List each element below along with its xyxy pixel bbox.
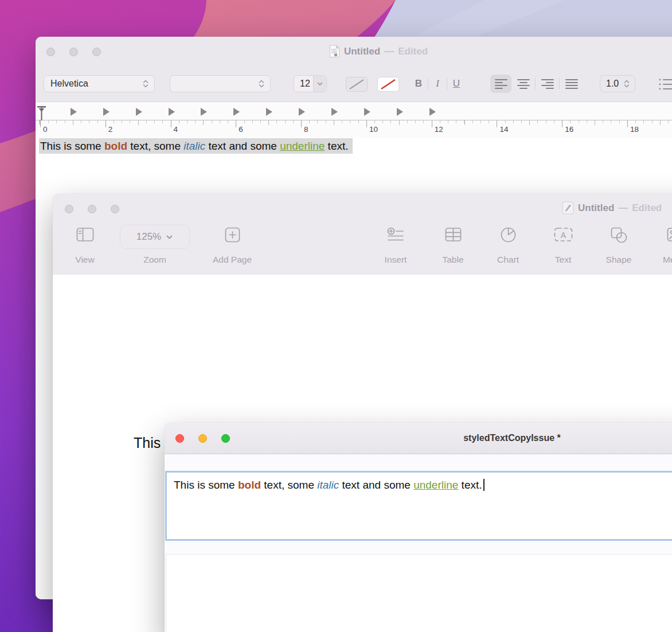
tab-stop-marker[interactable] — [364, 108, 370, 116]
tab-stop-marker[interactable] — [266, 108, 272, 116]
media-button[interactable] — [667, 227, 672, 242]
style-button-group: B I U — [409, 75, 466, 92]
ruler: 024681012141618 — [36, 102, 672, 138]
align-right-icon — [541, 78, 554, 89]
zoom-button[interactable] — [111, 205, 119, 213]
sidebar-view-icon — [76, 227, 94, 242]
shape-button[interactable] — [611, 227, 627, 243]
font-style-select[interactable] — [170, 75, 271, 92]
font-family-select[interactable]: Helvetica — [44, 75, 155, 92]
chart-label: Chart — [476, 255, 540, 265]
document-icon — [329, 45, 340, 58]
pages-titlebar: Untitled — Edited View 125% Zoom Add Pag… — [53, 194, 672, 275]
align-right-button[interactable] — [537, 75, 558, 93]
title-dash: — — [384, 46, 394, 57]
divider — [535, 78, 536, 89]
tab-stop-marker[interactable] — [331, 108, 338, 116]
shape-label: Shape — [587, 255, 650, 265]
divider — [559, 78, 560, 89]
svg-text:A: A — [561, 231, 566, 240]
tab-stop-marker[interactable] — [233, 108, 240, 116]
minimize-button[interactable] — [88, 205, 96, 213]
line-spacing-control[interactable]: 1.0 — [600, 75, 635, 92]
tab-stop-marker[interactable] — [71, 108, 77, 116]
table-button[interactable] — [445, 227, 462, 242]
tab-stop-marker[interactable] — [201, 108, 207, 116]
ruler-number: 2 — [108, 125, 113, 134]
view-button[interactable] — [76, 227, 94, 242]
tab-stop-marker[interactable] — [103, 108, 110, 116]
styled-bold-word: bold — [238, 479, 261, 491]
italic-button[interactable]: I — [428, 78, 447, 89]
no-color-diagonal-icon — [346, 77, 367, 91]
plain-text: This is some — [174, 479, 238, 491]
selected-text-line[interactable]: This is some bold text, some italic text… — [39, 138, 353, 154]
background-color-well[interactable] — [377, 77, 399, 92]
media-icon — [667, 227, 672, 242]
stepper-icon — [142, 78, 150, 89]
styled-text-copy-issue-window: styledTextCopyIssue * This is some bold … — [165, 423, 672, 632]
pie-chart-icon — [501, 227, 516, 243]
chart-button[interactable] — [501, 227, 516, 243]
title-status: Edited — [398, 46, 428, 57]
text-button[interactable]: A — [554, 227, 573, 242]
font-family-value: Helvetica — [50, 79, 142, 89]
indent-marker-icon[interactable] — [37, 106, 47, 120]
text-box-icon: A — [554, 227, 573, 242]
plain-text: This is some — [40, 140, 104, 152]
align-left-button[interactable] — [490, 75, 511, 93]
styled-underline-word: underline — [280, 140, 325, 152]
plain-text: text and some — [339, 479, 413, 491]
title-dash: — — [618, 202, 628, 214]
issue-window-title: styledTextCopyIssue * — [165, 423, 672, 454]
pages-title: Untitled — Edited — [562, 201, 662, 214]
media-label: Media — [643, 255, 672, 265]
tab-stop-marker[interactable] — [429, 108, 436, 116]
tab-stop-marker[interactable] — [136, 108, 142, 116]
align-justify-button[interactable] — [561, 75, 582, 93]
styled-italic-word: italic — [317, 479, 339, 491]
stepper-icon — [257, 78, 265, 89]
chevron-down-icon — [166, 235, 173, 240]
stepper-icon — [623, 78, 631, 89]
styled-text-editor[interactable]: This is some bold text, some italic text… — [165, 471, 672, 541]
insert-button[interactable] — [387, 227, 404, 243]
plain-text: text. — [325, 140, 348, 152]
text-cursor — [483, 479, 485, 491]
editor-text-line: This is some bold text, some italic text… — [167, 473, 672, 491]
tab-stop-marker[interactable] — [299, 108, 305, 116]
add-page-button[interactable] — [225, 227, 240, 243]
ruler-number: 12 — [435, 125, 443, 134]
styled-bold-word: bold — [104, 140, 127, 152]
window-title-text: Untitled — [344, 46, 380, 57]
list-style-button[interactable] — [658, 77, 672, 91]
shape-icon — [611, 227, 627, 243]
add-page-icon — [225, 227, 240, 243]
ruler-number: 6 — [239, 125, 243, 134]
font-size-value: 12 — [294, 79, 313, 89]
ruler-number: 14 — [499, 125, 508, 134]
plain-text: text. — [458, 479, 482, 491]
insert-icon — [387, 227, 404, 243]
align-center-icon — [517, 78, 530, 89]
tab-stop-marker[interactable] — [169, 108, 175, 116]
zoom-value: 125% — [136, 231, 161, 243]
ruler-number: 0 — [43, 125, 48, 134]
close-button[interactable] — [65, 205, 73, 213]
secondary-text-panel[interactable] — [166, 554, 672, 632]
zoom-dropdown[interactable]: 125% — [120, 225, 190, 249]
window-title-text: Untitled — [578, 202, 614, 214]
bullet-list-icon — [658, 77, 672, 91]
bold-button[interactable]: B — [409, 78, 428, 89]
tab-stop-marker[interactable] — [397, 108, 403, 116]
text-color-well[interactable] — [346, 77, 368, 92]
chevron-down-icon — [313, 76, 326, 92]
underline-button[interactable]: U — [447, 78, 466, 89]
font-size-select[interactable]: 12 — [294, 75, 327, 92]
red-diagonal-icon — [378, 77, 398, 91]
align-justify-icon — [565, 78, 579, 89]
alignment-group — [490, 74, 582, 93]
align-center-button[interactable] — [513, 75, 534, 93]
line-spacing-value: 1.0 — [606, 79, 619, 89]
ruler-number: 8 — [304, 125, 308, 134]
